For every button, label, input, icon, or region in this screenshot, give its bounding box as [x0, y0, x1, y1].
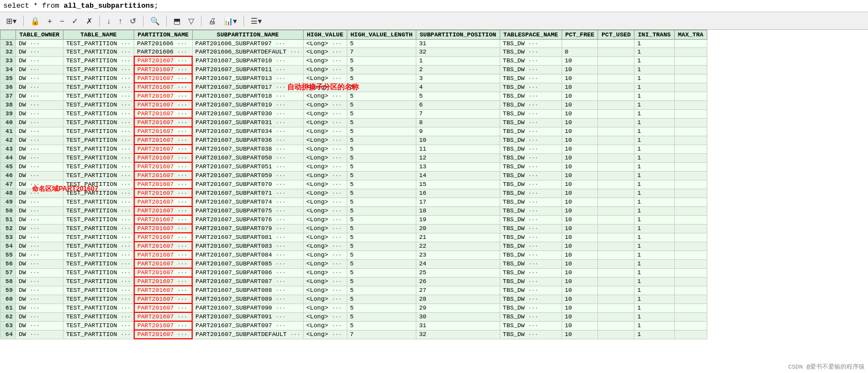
- cell-tablespace-name: TBS_DW ···: [500, 74, 562, 83]
- cell-rownum: 48: [1, 189, 16, 198]
- cell-subpartition-name: PART201607_SUBPART018 ···: [192, 92, 303, 100]
- cell-table-owner: DW ···: [16, 162, 63, 171]
- cell-max-trans: [674, 118, 707, 127]
- table-row: 44DW ···TEST_PARTITION ···PART201607 ···…: [1, 153, 707, 162]
- col-table-name[interactable]: TABLE_NAME: [63, 30, 134, 40]
- cell-max-trans: [674, 251, 707, 259]
- cell-rownum: 44: [1, 153, 16, 162]
- cell-table-name: TEST_PARTITION ···: [63, 303, 134, 312]
- export-button[interactable]: ⬒: [171, 15, 183, 27]
- col-tablespace-name[interactable]: TABLESPACE_NAME: [500, 30, 562, 40]
- cell-table-name: TEST_PARTITION ···: [63, 56, 134, 65]
- cell-partition-name: PART201607 ···: [134, 268, 192, 277]
- col-ini-trans[interactable]: INI_TRANS: [634, 30, 674, 40]
- col-pct-free[interactable]: PCT_FREE: [562, 30, 598, 40]
- cell-table-owner: DW ···: [16, 56, 63, 65]
- cell-tablespace-name: TBS_DW ···: [500, 242, 562, 251]
- cell-high-value: <Long> ···: [303, 180, 347, 189]
- cell-rownum: 62: [1, 312, 16, 321]
- cell-ini-trans: 1: [634, 251, 674, 259]
- cell-max-trans: [674, 189, 707, 198]
- up-arrow-button[interactable]: ↑: [115, 15, 125, 27]
- table-row: 55DW ···TEST_PARTITION ···PART201607 ···…: [1, 251, 707, 259]
- chart-button[interactable]: 📊▾: [221, 15, 240, 27]
- cell-tablespace-name: TBS_DW ···: [500, 171, 562, 180]
- check-button[interactable]: ✓: [69, 15, 81, 27]
- cell-table-name: TEST_PARTITION ···: [63, 65, 134, 74]
- cell-subpartition-position: 9: [416, 127, 500, 136]
- cell-rownum: 47: [1, 180, 16, 189]
- cell-ini-trans: 1: [634, 198, 674, 206]
- cell-high-value-length: 5: [347, 295, 416, 303]
- table-row: 62DW ···TEST_PARTITION ···PART201607 ···…: [1, 312, 707, 321]
- cell-max-trans: [674, 312, 707, 321]
- cell-pct-used: [598, 330, 634, 339]
- cell-pct-used: [598, 171, 634, 180]
- cell-partition-name: PART201607 ···: [134, 277, 192, 286]
- cell-pct-used: [598, 127, 634, 136]
- table-container[interactable]: TABLE_OWNER TABLE_NAME PARTITION_NAME SU…: [0, 30, 868, 370]
- minus-button[interactable]: −: [57, 15, 67, 27]
- cell-table-name: TEST_PARTITION ···: [63, 286, 134, 295]
- table-row: 50DW ···TEST_PARTITION ···PART201607 ···…: [1, 206, 707, 215]
- table-row: 33DW ···TEST_PARTITION ···PART201607 ···…: [1, 56, 707, 65]
- refresh-button[interactable]: ↺: [127, 15, 139, 27]
- cell-ini-trans: 1: [634, 40, 674, 48]
- cell-max-trans: [674, 330, 707, 339]
- cell-pct-used: [598, 180, 634, 189]
- cell-pct-used: [598, 56, 634, 65]
- down-arrow-button[interactable]: ↓: [104, 15, 113, 27]
- lock-button[interactable]: 🔒: [28, 15, 43, 27]
- col-subpartition-name[interactable]: SUBPARTITION_NAME: [192, 30, 303, 40]
- cell-table-owner: DW ···: [16, 251, 63, 259]
- cell-subpartition-name: PART201607_SUBPART031 ···: [192, 118, 303, 127]
- cell-table-owner: DW ···: [16, 92, 63, 100]
- cell-table-owner: DW ···: [16, 83, 63, 92]
- search-button[interactable]: 🔍: [147, 15, 162, 27]
- cell-high-value: <Long> ···: [303, 259, 347, 268]
- cell-ini-trans: 1: [634, 65, 674, 74]
- settings-button[interactable]: ☰▾: [248, 15, 264, 27]
- cell-table-name: TEST_PARTITION ···: [63, 83, 134, 92]
- cell-high-value: <Long> ···: [303, 277, 347, 286]
- col-max-trans[interactable]: MAX_TRA: [674, 30, 707, 40]
- cell-subpartition-position: 32: [416, 48, 500, 57]
- cell-pct-free: 10: [562, 312, 598, 321]
- cell-tablespace-name: TBS_DW ···: [500, 65, 562, 74]
- cell-table-owner: DW ···: [16, 109, 63, 118]
- col-subpartition-position[interactable]: SUBPARTITION_POSITION: [416, 30, 500, 40]
- col-table-owner[interactable]: TABLE_OWNER: [16, 30, 63, 40]
- cell-subpartition-position: 11: [416, 145, 500, 153]
- cell-pct-free: 10: [562, 206, 598, 215]
- cell-pct-free: 10: [562, 74, 598, 83]
- cell-max-trans: [674, 180, 707, 189]
- col-high-value[interactable]: HIGH_VALUE: [303, 30, 347, 40]
- cell-table-name: TEST_PARTITION ···: [63, 251, 134, 259]
- cell-partition-name: PART201607 ···: [134, 109, 192, 118]
- cell-max-trans: [674, 127, 707, 136]
- cell-pct-free: 10: [562, 242, 598, 251]
- grid-button[interactable]: ⊞▾: [3, 15, 19, 27]
- cell-table-name: TEST_PARTITION ···: [63, 92, 134, 100]
- cell-high-value-length: 5: [347, 171, 416, 180]
- cell-partition-name: PART201607 ···: [134, 224, 192, 233]
- print-button[interactable]: 🖨: [205, 15, 219, 27]
- cancel-button[interactable]: ✗: [83, 15, 96, 27]
- cell-subpartition-name: PART201606_SUBPART097 ···: [192, 40, 303, 48]
- col-high-value-length[interactable]: HIGH_VALUE_LENGTH: [347, 30, 416, 40]
- cell-high-value-length: 5: [347, 268, 416, 277]
- cell-subpartition-name: PART201607_SUBPART091 ···: [192, 312, 303, 321]
- col-partition-name[interactable]: PARTITION_NAME: [134, 30, 192, 40]
- cell-ini-trans: 1: [634, 109, 674, 118]
- add-button[interactable]: +: [45, 15, 55, 27]
- cell-ini-trans: 1: [634, 136, 674, 145]
- filter-button[interactable]: ▽: [186, 15, 197, 27]
- cell-subpartition-name: PART201606_SUBPARTDEFAULT ···: [192, 48, 303, 57]
- cell-table-name: TEST_PARTITION ···: [63, 145, 134, 153]
- cell-subpartition-name: PART201607_SUBPART019 ···: [192, 100, 303, 109]
- cell-table-owner: DW ···: [16, 286, 63, 295]
- cell-high-value-length: 5: [347, 65, 416, 74]
- col-pct-used[interactable]: PCT_USED: [598, 30, 634, 40]
- cell-high-value: <Long> ···: [303, 109, 347, 118]
- cell-pct-free: 10: [562, 145, 598, 153]
